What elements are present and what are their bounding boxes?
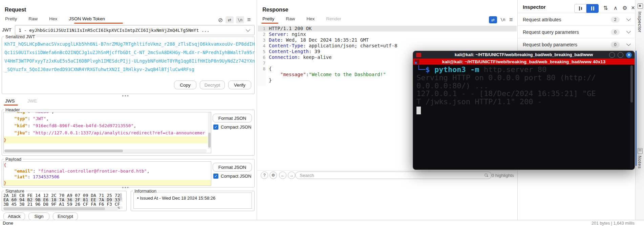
- sign-button[interactable]: Sign: [28, 212, 49, 220]
- jwt-select-chevron-icon: [246, 27, 250, 32]
- header-compact-json-label: Compact JSON: [221, 125, 251, 130]
- jwe-tab[interactable]: JWE: [27, 98, 37, 104]
- rail-tab-notes[interactable]: Notes: [637, 156, 642, 169]
- response-tab-hex[interactable]: Hex: [306, 16, 315, 21]
- verify-button[interactable]: Verify: [228, 81, 251, 89]
- expand-all-icon[interactable]: ⇅: [603, 5, 608, 11]
- response-tabs: Pretty Raw Hex Render: [262, 16, 341, 21]
- jws-active-underline: [4, 105, 18, 106]
- notes-icon[interactable]: [638, 148, 643, 154]
- copy-button[interactable]: Copy: [174, 81, 196, 89]
- rail-tab-inspector[interactable]: Inspector: [637, 12, 642, 32]
- terminal-resize-banner: kali@kali: ~/HTB/UNICTF/web/breaking_bad…: [413, 59, 635, 65]
- chevron-down-icon: [626, 17, 631, 21]
- terminal-content[interactable]: └─$ python3 -m http.server 80Serving HTT…: [413, 65, 635, 170]
- response-tab-pretty[interactable]: Pretty: [262, 16, 274, 21]
- information-box: • Issued At - Wed Dec 18 2024 15:58:26: [133, 193, 252, 209]
- inspector-row[interactable]: Request body parameters0: [518, 38, 635, 51]
- editor-menu-icon[interactable]: ≡: [247, 16, 251, 23]
- search-placeholder: Search: [300, 173, 314, 178]
- jwt-header-legend: Header: [4, 107, 21, 112]
- request-tab-json-web-token[interactable]: JSON Web Token: [69, 16, 105, 21]
- collapse-all-icon[interactable]: ∧: [614, 5, 618, 11]
- next-match-icon[interactable]: →: [288, 172, 295, 179]
- request-active-tab-underline: [74, 23, 123, 24]
- payload-compact-json-label: Compact JSON: [221, 174, 251, 179]
- status-metrics: 201 bytes | 1,643 millis: [592, 221, 635, 226]
- newline-icon[interactable]: \n: [236, 16, 244, 23]
- response-tab-render[interactable]: Render: [326, 16, 341, 21]
- maximize-button[interactable]: [618, 52, 623, 58]
- kali-terminal-window[interactable]: kali@kali: ~/HTB/UNICTF/web/breaking_bad…: [413, 51, 635, 170]
- jwt-label: JWT: [2, 27, 12, 32]
- status-bar: Done 201 bytes | 1,643 millis: [0, 220, 644, 226]
- response-tab-raw[interactable]: Raw: [286, 16, 295, 21]
- serialized-jwt-text[interactable]: Kh7I_hQSLHCpBwnacSVxcupglLKb5hh6Ni-B7nrZ…: [4, 40, 253, 74]
- inspector-settings-gear-icon[interactable]: ⚙: [622, 5, 627, 11]
- editor-menu-icon[interactable]: ≡: [509, 16, 513, 23]
- burp-suite-window: Request Pretty Raw Hex JSON Web Token ⊘ …: [0, 0, 644, 226]
- payload-format-json-button[interactable]: Format JSON: [213, 163, 252, 172]
- terminal-app-icon: [416, 53, 421, 57]
- request-tab-raw[interactable]: Raw: [28, 16, 38, 21]
- resize-banner-icon: [415, 60, 419, 64]
- wrap-lines-icon[interactable]: ⇄: [226, 16, 234, 23]
- close-button[interactable]: ✕: [626, 52, 632, 58]
- jws-tab[interactable]: JWS: [5, 98, 15, 104]
- search-input[interactable]: Search: [295, 172, 492, 179]
- signature-vertical-scrollbar[interactable]: [119, 193, 122, 202]
- inspector-close-icon[interactable]: ×: [631, 4, 635, 12]
- help-icon[interactable]: ?: [261, 172, 268, 179]
- inspector-row[interactable]: Request attributes2: [518, 13, 635, 26]
- terminal-cursor: [416, 107, 421, 114]
- status-done: Done: [3, 221, 13, 226]
- header-horizontal-scrollbar[interactable]: [4, 149, 207, 153]
- terminal-window-buttons: ✕: [606, 52, 632, 58]
- request-tab-hex[interactable]: Hex: [49, 16, 57, 21]
- terminal-scrollbar[interactable]: [630, 65, 633, 169]
- header-format-json-button[interactable]: Format JSON: [213, 114, 252, 122]
- response-active-tab-underline: [261, 23, 278, 24]
- nonprintable-chars-icon[interactable]: ⊘: [218, 17, 223, 24]
- search-settings-gear-icon[interactable]: ⚙: [270, 172, 277, 179]
- inspector-row[interactable]: Request query parameters0: [518, 25, 635, 38]
- jwt-header-editor[interactable]: "alg": "RS256", "typ": "JWT", "kid": "91…: [3, 112, 211, 153]
- encrypt-button[interactable]: Encrypt: [53, 212, 78, 220]
- chevron-down-icon: [626, 29, 631, 33]
- response-panel-title: Response: [262, 7, 288, 13]
- minimize-button[interactable]: [609, 52, 615, 58]
- payload-compact-json-checkbox[interactable]: ✓ Compact JSON: [213, 174, 251, 179]
- splitter-handle[interactable]: ●●●: [122, 94, 129, 97]
- signature-hex[interactable]: 2A 1E C8 FE 14 12 2C 70 A9 07 09 DA 71 2…: [3, 193, 123, 209]
- chevron-down-icon: [626, 42, 631, 46]
- previous-match-icon[interactable]: ←: [279, 172, 286, 179]
- inspector-layout-toggle[interactable]: [574, 4, 599, 13]
- issued-at-item: • Issued At - Wed Dec 18 2024 15:58:26: [137, 196, 252, 201]
- inspector-layout-left-icon[interactable]: [574, 4, 586, 13]
- serialized-jwt-legend: Serialized JWT: [4, 34, 36, 39]
- terminal-titlebar[interactable]: kali@kali: ~/HTB/UNICTF/web/breaking_bad…: [413, 51, 635, 59]
- rail-top-icon[interactable]: [638, 3, 643, 9]
- request-tabs: Pretty Raw Hex JSON Web Token: [5, 16, 105, 21]
- inspector-layout-right-icon[interactable]: [586, 4, 599, 13]
- signature-horizontal-scrollbar[interactable]: [3, 207, 119, 210]
- jwt-payload-legend: Payload: [4, 157, 23, 162]
- jwt-payload-editor[interactable]: { "email": "financial-controller@frontie…: [3, 161, 211, 186]
- inspector-title: Inspector: [523, 4, 546, 10]
- panel-divider[interactable]: [257, 0, 257, 220]
- jwt-select[interactable]: 1 - eyJhbGciOiJSUzI1NiIsInR5cCI6IkpXVCIs…: [15, 25, 255, 35]
- terminal-title: kali@kali: ~/HTB/UNICTF/web/breaking_bad…: [413, 52, 635, 57]
- decrypt-button[interactable]: Decrypt: [200, 81, 225, 89]
- checkbox-checked-icon: ✓: [213, 125, 218, 130]
- jwt-select-value: 1 - eyJhbGciOiJSUzI1NiIsInR5cCI6IkpXVCIs…: [19, 28, 242, 33]
- request-tab-pretty[interactable]: Pretty: [5, 16, 17, 21]
- signature-legend: Signature: [4, 188, 26, 194]
- request-panel-title: Request: [5, 7, 26, 13]
- wrap-lines-icon[interactable]: ⇄: [489, 16, 497, 23]
- search-bar-divider: [257, 170, 517, 171]
- checkbox-checked-icon: ✓: [213, 174, 218, 179]
- attack-button[interactable]: Attack: [3, 212, 25, 220]
- newline-icon[interactable]: \n: [500, 17, 505, 22]
- header-compact-json-checkbox[interactable]: ✓ Compact JSON: [213, 125, 251, 130]
- header-vertical-scrollbar[interactable]: [208, 112, 211, 149]
